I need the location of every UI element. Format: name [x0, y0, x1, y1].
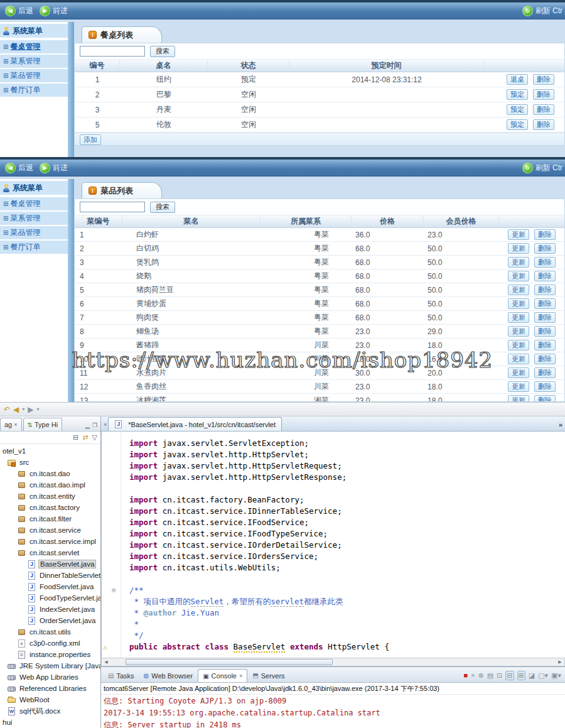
link-with-editor-icon[interactable]: ⇄ [82, 433, 88, 442]
activate-on-stdout-icon[interactable]: ⊞ [517, 671, 525, 680]
forward-icon[interactable]: ▶ [28, 405, 33, 414]
row-action-button-更新[interactable]: 更新 [508, 257, 529, 268]
row-action-button-预定[interactable]: 预定 [507, 104, 528, 115]
tab-food-list[interactable]: 菜品列表 [82, 182, 162, 198]
row-action-button-删除[interactable]: 删除 [534, 285, 556, 295]
row-action-button-预定[interactable]: 预定 [507, 119, 528, 130]
editor-tab-baseservlet[interactable]: *BaseServlet.java - hotel_v1/src/cn/itca… [108, 417, 282, 431]
copy-output-icon[interactable]: ▤ [487, 671, 493, 680]
editor-overflow-chevron[interactable]: » [559, 421, 562, 428]
sidebar-item-菜品管理[interactable]: ⊞菜品管理 [0, 69, 68, 82]
back-button[interactable]: ◀ 后退 [5, 163, 33, 173]
row-action-button-退桌[interactable]: 退桌 [507, 74, 528, 85]
back-menu-icon[interactable]: ▾ [22, 406, 24, 412]
forward-menu-icon[interactable]: ▾ [37, 406, 40, 412]
tree-item-WebRoot[interactable]: WebRoot [0, 694, 100, 705]
refresh-button[interactable]: ↻ 刷新 Ctr [522, 163, 562, 173]
tree-item-instance.properties[interactable]: instance.properties [0, 649, 100, 660]
row-action-button-更新[interactable]: 更新 [508, 271, 529, 281]
back-icon[interactable]: ◀ [13, 405, 19, 414]
tree-item-DinnerTableServlet.jav[interactable]: DinnerTableServlet.jav [0, 570, 100, 581]
collapse-all-icon[interactable]: ⊟ [73, 433, 78, 442]
tab-console[interactable]: ▣Console× [198, 669, 247, 682]
row-action-button-删除[interactable]: 删除 [534, 229, 556, 240]
pin-console-icon[interactable]: ◪ [529, 671, 535, 680]
display-selected-console-icon[interactable]: ▢▾ [538, 671, 548, 680]
last-edit-location-icon[interactable]: ↶ [4, 405, 10, 414]
terminate-icon[interactable]: ■ [463, 671, 468, 679]
scrollbar-thumb[interactable] [126, 659, 333, 665]
fold-collapse-icon[interactable]: ⊖ [112, 585, 116, 596]
code-editor[interactable]: import javax.servlet.ServletException;im… [101, 432, 565, 658]
tree-item-cn.itcast.factory[interactable]: cn.itcast.factory [0, 502, 100, 513]
row-action-button-删除[interactable]: 删除 [534, 271, 556, 281]
tree-item-cn.itcast.service.impl[interactable]: cn.itcast.service.impl [0, 536, 100, 547]
tree-item-cn.itcast.dao.impl[interactable]: cn.itcast.dao.impl [0, 479, 100, 491]
tree-item-cn.itcast.entity[interactable]: cn.itcast.entity [0, 491, 100, 502]
sidebar-item-菜系管理[interactable]: ⊞菜系管理 [0, 55, 68, 68]
word-wrap-icon[interactable]: ⊟ [505, 671, 514, 680]
scroll-lock-icon[interactable]: ⊡ [497, 671, 502, 680]
row-action-button-删除[interactable]: 删除 [534, 257, 556, 268]
refresh-button[interactable]: ↻ 刷新 Ctr [522, 6, 562, 16]
row-action-button-预定[interactable]: 预定 [507, 89, 528, 100]
row-action-button-删除[interactable]: 删除 [533, 104, 554, 115]
tree-item-FoodTypeServlet.java[interactable]: FoodTypeServlet.java [0, 592, 100, 604]
tree-item-c3p0-config.xml[interactable]: c3p0-config.xml [0, 638, 100, 649]
back-button[interactable]: ◀ 后退 [5, 6, 33, 16]
forward-button[interactable]: ▶ 前进 [40, 6, 68, 16]
tree-item-cn.itcast.utils[interactable]: cn.itcast.utils [0, 626, 100, 638]
search-button[interactable]: 搜索 [150, 202, 175, 213]
search-input[interactable] [80, 202, 145, 212]
sidebar-item-餐桌管理[interactable]: ⊞餐桌管理 [0, 197, 68, 210]
row-action-button-更新[interactable]: 更新 [508, 298, 529, 309]
close-icon[interactable]: × [14, 421, 17, 428]
row-action-button-更新[interactable]: 更新 [508, 229, 529, 240]
tree-item-IndexServlet.java[interactable]: IndexServlet.java [0, 604, 100, 615]
row-action-button-删除[interactable]: 删除 [534, 395, 556, 402]
close-icon[interactable]: × [239, 673, 242, 679]
tree-item-Referenced Libraries[interactable]: Referenced Libraries [0, 683, 100, 694]
tree-item-cn.itcast.service[interactable]: cn.itcast.service [0, 524, 100, 536]
tree-item-cn.itcast.filter[interactable]: cn.itcast.filter [0, 513, 100, 524]
tree-item-OrderServlet.java[interactable]: OrderServlet.java [0, 615, 100, 626]
row-action-button-更新[interactable]: 更新 [508, 326, 529, 337]
tree-item-cn.itcast.dao[interactable]: cn.itcast.dao [0, 468, 100, 479]
tree-item-sql代码.docx[interactable]: sql代码.docx [0, 705, 100, 717]
view-menu-icon[interactable]: ▽ [92, 433, 97, 442]
open-console-icon[interactable]: ▣▾ [551, 671, 561, 680]
tab-web-browser[interactable]: ◍Web Browser [139, 669, 198, 682]
sidebar-item-菜系管理[interactable]: ⊞菜系管理 [0, 212, 68, 225]
sidebar-item-菜品管理[interactable]: ⊞菜品管理 [0, 226, 68, 239]
search-input[interactable] [80, 46, 145, 57]
tree-item-BaseServlet.java[interactable]: BaseServlet.java [0, 558, 100, 570]
minimize-icon[interactable]: ▁ [85, 422, 90, 428]
maximize-icon[interactable]: ❐ [92, 422, 97, 428]
row-action-button-删除[interactable]: 删除 [534, 326, 556, 337]
add-button[interactable]: 添加 [80, 134, 101, 145]
tree-item-otel_v1[interactable]: otel_v1 [0, 445, 100, 457]
tree-item-JRE System Library [JavaSE-1[interactable]: JRE System Library [JavaSE-1 [0, 660, 100, 671]
row-action-button-删除[interactable]: 删除 [534, 243, 556, 254]
tree-item-src[interactable]: src [0, 457, 100, 468]
horizontal-scrollbar[interactable]: ◀ ▶ [101, 658, 565, 666]
remove-all-terminated-icon[interactable]: ⊗ [478, 671, 483, 680]
tab-tasks[interactable]: ▤Tasks [104, 669, 139, 682]
row-action-button-更新[interactable]: 更新 [508, 243, 529, 254]
sidebar-item-餐厅订单[interactable]: ⊞餐厅订单 [0, 84, 68, 97]
search-button[interactable]: 搜索 [150, 46, 175, 57]
forward-button[interactable]: ▶ 前进 [40, 163, 68, 173]
tab-servers[interactable]: ⬒Servers [248, 669, 289, 682]
tab-type-hierarchy[interactable]: ⇅ Type Hi [23, 418, 63, 431]
sidebar-item-餐桌管理[interactable]: ⊞餐桌管理 [0, 40, 68, 53]
close-icon[interactable]: × [104, 421, 107, 428]
row-action-button-删除[interactable]: 删除 [534, 381, 556, 392]
row-action-button-更新[interactable]: 更新 [508, 395, 529, 402]
row-action-button-更新[interactable]: 更新 [508, 285, 529, 295]
sidebar-item-餐厅订单[interactable]: ⊞餐厅订单 [0, 241, 68, 254]
remove-launch-icon[interactable]: × [471, 671, 475, 679]
row-action-button-更新[interactable]: 更新 [508, 312, 529, 323]
tree-item-Web App Libraries[interactable]: Web App Libraries [0, 671, 100, 683]
row-action-button-删除[interactable]: 删除 [534, 312, 556, 323]
sidebar-splitter[interactable] [68, 22, 74, 157]
